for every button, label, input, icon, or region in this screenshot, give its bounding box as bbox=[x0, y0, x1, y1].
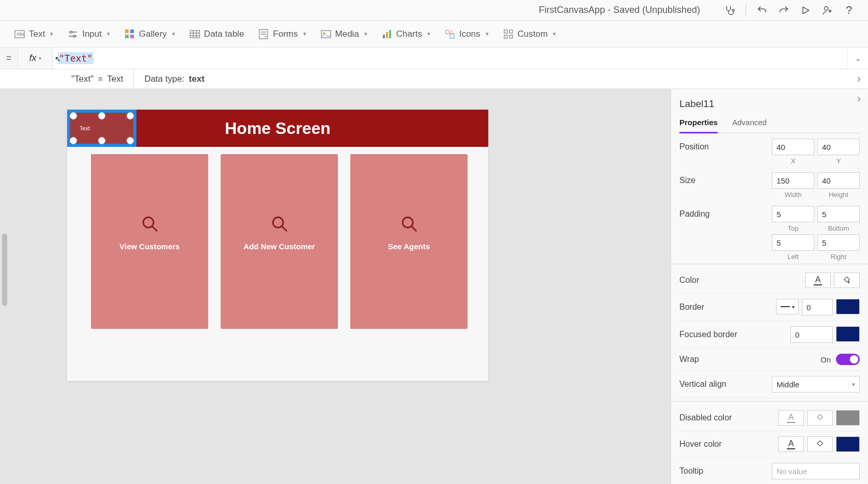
size-width-input[interactable]: 150 bbox=[772, 172, 814, 189]
play-icon[interactable] bbox=[797, 2, 814, 19]
main-area: Home Screen Text View Customers Add New … bbox=[0, 89, 868, 484]
app-canvas[interactable]: Home Screen Text View Customers Add New … bbox=[67, 110, 488, 381]
chevron-down-icon: ▾ bbox=[553, 31, 556, 37]
card-see-agents[interactable]: See Agents bbox=[350, 154, 468, 329]
prop-wrap: Wrap On bbox=[678, 349, 861, 371]
properties-tabs: Properties Advanced bbox=[678, 115, 861, 133]
help-icon[interactable]: ? bbox=[840, 2, 858, 19]
disabled-border-swatch[interactable] bbox=[836, 410, 860, 426]
result-eq: = bbox=[98, 74, 103, 84]
size-height-input[interactable]: 40 bbox=[817, 172, 860, 189]
svg-point-35 bbox=[402, 217, 413, 228]
chevron-down-icon: ▾ bbox=[172, 31, 175, 37]
padding-label: Padding bbox=[679, 209, 772, 219]
form-icon bbox=[258, 29, 269, 39]
wrap-toggle[interactable] bbox=[836, 354, 860, 365]
tooltip-label: Tooltip bbox=[679, 466, 772, 476]
svg-rect-8 bbox=[125, 29, 129, 33]
svg-point-5 bbox=[70, 31, 72, 33]
chevron-down-icon: ▾ bbox=[486, 31, 489, 37]
formula-value: "Text" bbox=[58, 52, 94, 64]
prop-position: Position 40 40 bbox=[678, 133, 861, 156]
valign-dropdown[interactable]: Middle▾ bbox=[772, 376, 860, 392]
scrollbar-thumb[interactable] bbox=[2, 234, 7, 306]
ribbon-input[interactable]: Input▾ bbox=[68, 29, 110, 39]
card-add-customer[interactable]: Add New Customer bbox=[221, 154, 338, 329]
tab-advanced[interactable]: Advanced bbox=[732, 115, 767, 133]
prop-padding-lr: 5 5 bbox=[678, 234, 861, 252]
ribbon-gallery[interactable]: Gallery▾ bbox=[125, 29, 175, 39]
ribbon-datatable[interactable]: Data table bbox=[190, 29, 244, 39]
border-style-dropdown[interactable]: ▾ bbox=[776, 299, 799, 314]
svg-point-0 bbox=[733, 9, 735, 11]
svg-rect-24 bbox=[389, 30, 391, 38]
media-image-icon bbox=[321, 29, 331, 39]
datatype-value: text bbox=[189, 74, 205, 84]
svg-rect-9 bbox=[130, 29, 134, 33]
disabled-fill-button[interactable] bbox=[807, 410, 833, 426]
prop-focused-border: Focused border 0 bbox=[678, 321, 861, 349]
hover-border-swatch[interactable] bbox=[836, 436, 860, 452]
panel-collapse-button[interactable]: › bbox=[857, 92, 861, 105]
tooltip-input[interactable]: No value bbox=[772, 463, 860, 479]
padding-top-input[interactable]: 5 bbox=[772, 206, 814, 222]
svg-point-33 bbox=[273, 217, 283, 228]
hover-fill-button[interactable] bbox=[807, 436, 833, 452]
canvas-viewport: Home Screen Text View Customers Add New … bbox=[10, 89, 671, 484]
svg-rect-12 bbox=[190, 31, 199, 38]
padding-right-input[interactable]: 5 bbox=[817, 234, 860, 251]
svg-rect-23 bbox=[386, 32, 388, 38]
formula-input[interactable]: ↖ "Text" bbox=[53, 48, 847, 69]
border-color-swatch[interactable] bbox=[836, 299, 860, 314]
wrap-state: On bbox=[820, 355, 831, 364]
padding-left-input[interactable]: 5 bbox=[772, 234, 814, 251]
border-width-input[interactable]: 0 bbox=[802, 299, 833, 315]
selection-handles[interactable] bbox=[70, 113, 133, 144]
share-user-icon[interactable] bbox=[818, 2, 836, 19]
svg-line-32 bbox=[152, 226, 157, 231]
hover-font-color-button[interactable]: A bbox=[778, 436, 804, 452]
font-color-button[interactable]: A bbox=[805, 273, 831, 288]
ribbon-text[interactable]: Abc Text▾ bbox=[14, 29, 53, 39]
prop-color: Color A bbox=[678, 267, 861, 294]
svg-text:Abc: Abc bbox=[17, 32, 25, 37]
left-scrollbar[interactable] bbox=[0, 89, 10, 484]
ribbon-custom[interactable]: Custom▾ bbox=[503, 29, 556, 39]
card-row: View Customers Add New Customer See Agen… bbox=[91, 154, 468, 329]
redo-icon[interactable] bbox=[775, 2, 793, 19]
card-view-customers[interactable]: View Customers bbox=[91, 154, 208, 329]
selected-control-name: Label11 bbox=[678, 98, 861, 110]
ribbon-icons[interactable]: Icons▾ bbox=[445, 29, 489, 39]
home-screen-title: Home Screen bbox=[225, 119, 331, 138]
property-equals[interactable]: = bbox=[0, 48, 18, 69]
focused-border-width-input[interactable]: 0 bbox=[791, 326, 833, 343]
table-icon bbox=[190, 29, 200, 39]
disabled-font-color-button[interactable]: A bbox=[778, 410, 804, 426]
fill-color-button[interactable] bbox=[834, 273, 860, 288]
prop-size: Size 150 40 bbox=[678, 167, 861, 190]
focused-border-color-swatch[interactable] bbox=[836, 326, 860, 342]
selected-label-control[interactable]: Text bbox=[67, 110, 136, 147]
stethoscope-icon[interactable] bbox=[721, 2, 738, 19]
ribbon-media[interactable]: Media▾ bbox=[321, 29, 367, 39]
formula-collapse-button[interactable]: › bbox=[857, 72, 861, 86]
result-lhs: "Text" bbox=[71, 74, 94, 84]
svg-point-1 bbox=[825, 6, 828, 10]
fx-button[interactable]: fx▾ bbox=[18, 48, 53, 69]
undo-icon[interactable] bbox=[753, 2, 771, 19]
chevron-down-icon: ▾ bbox=[303, 31, 306, 37]
position-y-input[interactable]: 40 bbox=[817, 139, 860, 155]
tab-properties[interactable]: Properties bbox=[679, 115, 718, 133]
result-rhs: Text bbox=[107, 74, 123, 84]
ribbon-charts[interactable]: Charts▾ bbox=[382, 29, 430, 39]
padding-bottom-input[interactable]: 5 bbox=[817, 206, 860, 222]
svg-point-31 bbox=[143, 217, 153, 228]
properties-panel: › Label11 Properties Advanced Position 4… bbox=[671, 89, 868, 484]
svg-line-36 bbox=[411, 226, 416, 231]
position-x-input[interactable]: 40 bbox=[772, 139, 814, 155]
ribbon-forms[interactable]: Forms▾ bbox=[258, 29, 306, 39]
formula-expand-button[interactable]: ⌄ bbox=[847, 48, 868, 69]
color-label: Color bbox=[679, 276, 805, 285]
custom-grid-icon bbox=[503, 29, 514, 39]
svg-rect-26 bbox=[450, 34, 454, 38]
